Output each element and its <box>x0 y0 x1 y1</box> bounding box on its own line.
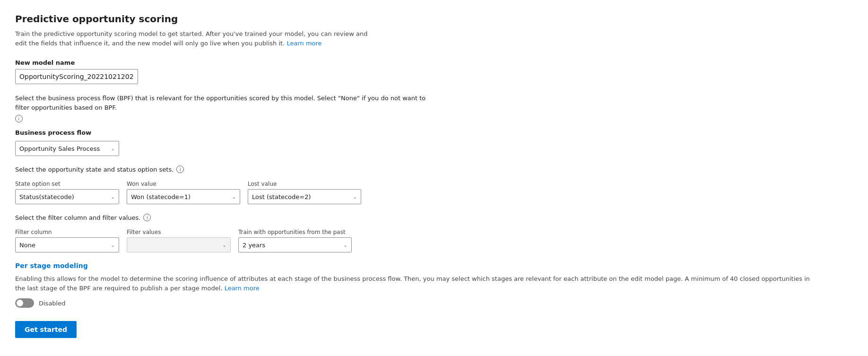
bpf-description: Select the business process flow (BPF) t… <box>15 94 441 122</box>
filter-column-group: Filter column None ⌄ <box>15 229 119 252</box>
state-option-chevron-icon: ⌄ <box>111 194 115 200</box>
footer: Get started <box>15 321 853 338</box>
bpf-dropdown[interactable]: Opportunity Sales Process ⌄ <box>15 141 119 156</box>
lost-value-group: Lost value Lost (statecode=2) ⌄ <box>248 181 361 204</box>
won-value-group: Won value Won (statecode=1) ⌄ <box>127 181 240 204</box>
state-option-set-dropdown[interactable]: Status(statecode) ⌄ <box>15 189 119 204</box>
train-past-value: 2 years <box>243 242 265 249</box>
bpf-chevron-icon: ⌄ <box>111 146 115 151</box>
bpf-dropdown-group: Business process flow Opportunity Sales … <box>15 129 853 156</box>
lost-value-dropdown[interactable]: Lost (statecode=2) ⌄ <box>248 189 361 204</box>
train-past-label: Train with opportunities from the past <box>238 229 352 235</box>
bpf-section: Select the business process flow (BPF) t… <box>15 94 853 156</box>
state-dropdowns-row: State option set Status(statecode) ⌄ Won… <box>15 181 853 204</box>
filter-column-label: Filter column <box>15 229 119 235</box>
train-past-dropdown[interactable]: 2 years ⌄ <box>238 237 352 252</box>
filter-section: Select the filter column and filter valu… <box>15 214 853 252</box>
won-chevron-icon: ⌄ <box>232 194 236 200</box>
won-value-dropdown[interactable]: Won (statecode=1) ⌄ <box>127 189 240 204</box>
lost-value-label: Lost value <box>248 181 361 187</box>
per-stage-description: Enabling this allows for the model to de… <box>15 274 819 293</box>
state-option-set-value: Status(statecode) <box>19 193 74 200</box>
state-description-text: Select the opportunity state and status … <box>15 166 174 173</box>
bpf-description-text: Select the business process flow (BPF) t… <box>15 94 441 112</box>
per-stage-description-text: Enabling this allows for the model to de… <box>15 275 810 292</box>
filter-values-dropdown: ⌄ <box>127 237 231 252</box>
page-container: Predictive opportunity scoring Train the… <box>0 0 868 351</box>
lost-chevron-icon: ⌄ <box>353 194 357 200</box>
filter-column-chevron-icon: ⌄ <box>111 243 115 248</box>
train-past-chevron-icon: ⌄ <box>344 243 347 248</box>
filter-values-chevron-icon: ⌄ <box>223 243 226 248</box>
filter-info-icon[interactable]: i <box>143 214 151 221</box>
per-stage-toggle-label: Disabled <box>39 300 65 307</box>
state-description: Select the opportunity state and status … <box>15 165 853 173</box>
filter-column-dropdown[interactable]: None ⌄ <box>15 237 119 252</box>
state-option-set-group: State option set Status(statecode) ⌄ <box>15 181 119 204</box>
won-value-selected: Won (statecode=1) <box>131 193 191 200</box>
model-name-label: New model name <box>15 59 853 66</box>
won-value-label: Won value <box>127 181 240 187</box>
per-stage-section: Per stage modeling Enabling this allows … <box>15 262 853 308</box>
filter-description: Select the filter column and filter valu… <box>15 214 853 221</box>
train-past-group: Train with opportunities from the past 2… <box>238 229 352 252</box>
bpf-dropdown-value: Opportunity Sales Process <box>19 145 100 152</box>
per-stage-toggle[interactable] <box>15 298 34 308</box>
model-name-section: New model name <box>15 59 853 84</box>
filter-description-text: Select the filter column and filter valu… <box>15 214 140 221</box>
filter-values-group: Filter values ⌄ <box>127 229 231 252</box>
filter-dropdowns-row: Filter column None ⌄ Filter values ⌄ Tra… <box>15 229 853 252</box>
per-stage-learn-more-link[interactable]: Learn more <box>225 285 260 292</box>
bpf-info-icon[interactable]: i <box>15 115 23 122</box>
page-title: Predictive opportunity scoring <box>15 13 853 25</box>
lost-value-selected: Lost (statecode=2) <box>252 193 311 200</box>
filter-column-value: None <box>19 242 35 249</box>
get-started-button[interactable]: Get started <box>15 321 77 338</box>
state-section: Select the opportunity state and status … <box>15 165 853 204</box>
toggle-row: Disabled <box>15 298 853 308</box>
model-name-input[interactable] <box>15 69 138 84</box>
state-info-icon[interactable]: i <box>176 165 184 173</box>
page-description: Train the predictive opportunity scoring… <box>15 29 374 48</box>
per-stage-title: Per stage modeling <box>15 262 853 269</box>
filter-values-label: Filter values <box>127 229 231 235</box>
learn-more-link[interactable]: Learn more <box>286 40 321 47</box>
state-option-set-label: State option set <box>15 181 119 187</box>
bpf-dropdown-label: Business process flow <box>15 129 853 136</box>
